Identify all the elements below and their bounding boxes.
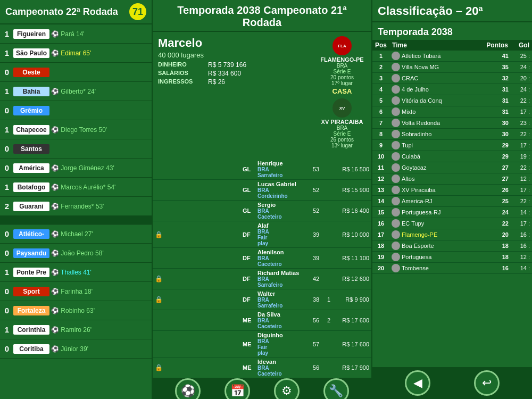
match-team: Ponte Pre: [13, 268, 49, 277]
standing-team: Tombense: [389, 263, 484, 274]
match-row[interactable]: 1Figueiren⚽ Pará 14': [0, 24, 152, 44]
standing-points: 20: [484, 229, 511, 240]
standing-points: 24: [484, 207, 511, 218]
away-team-logo: XV: [332, 98, 352, 118]
lock-icon: 🔒: [155, 231, 163, 238]
standings-row[interactable]: 2Villa Nova MG3524 :: [372, 62, 532, 73]
standings-row[interactable]: 14America-RJ2522 :: [372, 196, 532, 207]
player-name: WalterBRA Sarrafeiro: [255, 289, 309, 310]
standing-points: 16: [484, 263, 511, 274]
match-score: 1: [2, 325, 12, 334]
match-row[interactable]: 1Botafogo⚽ Marcos Aurélio* 54': [0, 178, 152, 197]
standing-points: 22: [484, 218, 511, 229]
player-row[interactable]: 🔒DFAlafBRA Fair play39R$ 10 000: [153, 221, 371, 248]
manager-name: Marcelo: [158, 36, 318, 50]
match-row[interactable]: 1São Paulo⚽ Edimar 65': [0, 44, 152, 63]
player-pos: DF: [240, 248, 255, 269]
lock-cell: [153, 331, 240, 358]
gear-button[interactable]: ⚙: [274, 378, 300, 399]
standings-row[interactable]: 15Portuguesa-RJ2414 :: [372, 207, 532, 218]
match-row[interactable]: 0Paysandu⚽ João Pedro 58': [0, 244, 152, 263]
standings-row[interactable]: 17Flamengo-PE2016 :: [372, 229, 532, 240]
player-goals: [323, 269, 334, 289]
standings-row[interactable]: 16EC Tupy2217 :: [372, 218, 532, 229]
standings-row[interactable]: 20Tombense1614 :: [372, 263, 532, 274]
standing-pos: 7: [372, 118, 389, 129]
mid-bottom-bar: ⚽ 📅 ⚙ 🔧: [153, 378, 371, 399]
match-team: São Paulo: [13, 48, 49, 58]
match-score: 0: [2, 248, 12, 257]
player-name: Lucas GabrielBRA Cordeirinho: [255, 180, 309, 201]
player-row[interactable]: GLHenriqueBRA Sarrafeiro53R$ 16 500: [153, 159, 371, 180]
standings-row[interactable]: 13XV Piracaiba2617 :: [372, 185, 532, 196]
player-attr: 56: [309, 310, 323, 331]
player-pos: ME: [240, 331, 255, 358]
player-salary: R$ 15 900: [334, 180, 371, 201]
match-row[interactable]: 0Sport⚽ Farinha 18': [0, 282, 152, 301]
player-row[interactable]: 🔒DFRichard MatiasBRA Sarrafeiro42R$ 12 6…: [153, 269, 371, 289]
standing-goals: 24 :: [511, 62, 532, 73]
match-row[interactable]: 1Ponte Pre⚽ Thalles 41': [0, 263, 152, 282]
team-icon: [392, 186, 400, 194]
match-score: 1: [2, 87, 12, 96]
standings-row[interactable]: 9Tupi2917 :: [372, 140, 532, 151]
team-icon: [392, 264, 400, 272]
player-row[interactable]: GLLucas GabrielBRA Cordeirinho52R$ 15 90…: [153, 180, 371, 201]
standings-row[interactable]: 3CRAC3220 :: [372, 73, 532, 84]
standings-row[interactable]: 10Cuiabá2919 :: [372, 151, 532, 162]
settings-button[interactable]: 🔧: [323, 378, 349, 399]
home-team-points: 20 pontos: [330, 74, 354, 80]
match-event: ⚽ Edimar 65': [51, 49, 149, 57]
standings-row[interactable]: 11Goytacaz2722 :: [372, 162, 532, 173]
player-row[interactable]: 🔒DFWalterBRA Sarrafeiro381R$ 9 900: [153, 289, 371, 310]
player-salary: R$ 17 600: [334, 310, 371, 331]
standings-row[interactable]: 12Altos2712 :: [372, 173, 532, 185]
match-row[interactable]: 1Bahia⚽ Gilberto* 24': [0, 82, 152, 101]
standing-team: Cuiabá: [389, 151, 484, 162]
ball-button[interactable]: ⚽: [175, 378, 201, 399]
standings-row[interactable]: 8Sobradinho3022 :: [372, 129, 532, 140]
player-row[interactable]: MEDiguinhoBRA Fair play57R$ 17 600: [153, 331, 371, 358]
player-name: Da SilvaBRA Caceteiro: [255, 310, 309, 331]
match-row[interactable]: 0Grêmio: [0, 101, 152, 120]
standings-row[interactable]: 5Vitória da Conq3122 :: [372, 95, 532, 106]
player-name: AlafBRA Fair play: [255, 221, 309, 248]
standing-pos: 2: [372, 62, 389, 73]
match-row[interactable]: 1Corinthia⚽ Ramiro 26': [0, 320, 152, 339]
standings-row[interactable]: 1Atlético Tubarã4125 :: [372, 51, 532, 62]
match-row[interactable]: 0Coritiba⚽ Júnior 39': [0, 339, 152, 359]
player-row[interactable]: MEDa SilvaBRA Caceteiro562R$ 17 600: [153, 310, 371, 331]
standings-row[interactable]: 19Portuguesa1812 :: [372, 252, 532, 263]
lock-cell: 🔒: [153, 358, 240, 378]
player-row[interactable]: 🔒MEIdevanBRA Caceteiro56R$ 17 900: [153, 358, 371, 378]
back-button[interactable]: ◀: [405, 370, 430, 396]
standing-team: Mixto: [389, 106, 484, 118]
standings-row[interactable]: 18Boa Esporte1816 :: [372, 240, 532, 252]
match-row[interactable]: 0Fortaleza⚽ Robinho 63': [0, 301, 152, 320]
standing-points: 26: [484, 185, 511, 196]
match-row[interactable]: 0Oeste: [0, 63, 152, 82]
standing-team: Vitória da Conq: [389, 95, 484, 106]
match-row[interactable]: 0Santos: [0, 139, 152, 159]
match-row[interactable]: 0Atlético-⚽ Michael 27': [0, 225, 152, 244]
player-row[interactable]: GLSergioBRA Caceteiro52R$ 16 400: [153, 201, 371, 221]
col-pos: Pos: [372, 40, 389, 51]
standings-row[interactable]: 7Volta Redonda3023 :: [372, 118, 532, 129]
match-team: Grêmio: [13, 106, 49, 115]
dinheiro-label: DINHEIRO: [158, 61, 206, 69]
match-team: Guarani: [13, 202, 49, 211]
col-team: Time: [389, 40, 484, 51]
calendar-button[interactable]: 📅: [225, 378, 250, 399]
player-pos: GL: [240, 159, 255, 180]
match-row[interactable]: 0América⚽ Jorge Giménez 43': [0, 159, 152, 178]
match-list: 1Figueiren⚽ Pará 14'1São Paulo⚽ Edimar 6…: [0, 24, 152, 399]
team-icon: [392, 208, 400, 217]
player-attr: 42: [309, 269, 323, 289]
match-row[interactable]: 2Guarani⚽ Fernandes* 53': [0, 197, 152, 216]
standings-row[interactable]: 6Mixto3117 :: [372, 106, 532, 118]
standings-row[interactable]: 44 de Julho3124 :: [372, 84, 532, 95]
player-salary: R$ 9 900: [334, 289, 371, 310]
return-button[interactable]: ↩: [474, 370, 500, 396]
player-row[interactable]: DFAlenilsonBRA Caceteiro39R$ 11 100: [153, 248, 371, 269]
match-row[interactable]: 1Chapecoe⚽ Diego Torres 50': [0, 120, 152, 139]
